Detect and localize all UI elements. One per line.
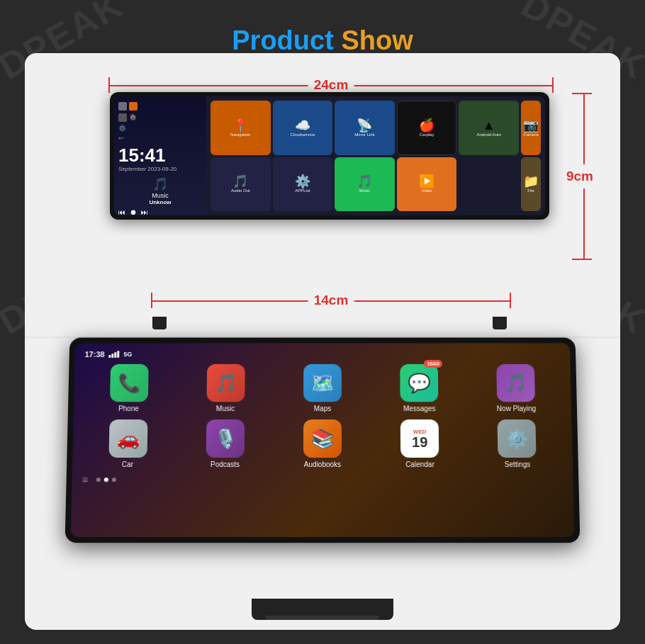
cal-num: 19 (412, 435, 427, 449)
dim-top-label: 24cm (308, 77, 354, 93)
page-dots (96, 478, 116, 482)
podcasts-icon: 🎙️ (206, 419, 245, 458)
video-icon: ▶️ (419, 175, 434, 188)
app-mirrorlink: 📡 Mirror Link (335, 101, 395, 155)
app-music: 🎵 Music (335, 157, 395, 212)
status-bar: 17:38 5G (85, 350, 561, 358)
carplay-interface: 17:38 5G 📞 Phone (71, 343, 574, 537)
app-file: 📁 File (521, 157, 541, 212)
left-icons: 🏠 ⚙️ ↩ (118, 102, 202, 142)
android-label: Android Auto (477, 132, 501, 137)
app-android: ▲ Android Auto (459, 101, 519, 155)
media-controls: ⏮⏺⏭ (118, 208, 202, 215)
calendar-icon: WED 19 (400, 419, 439, 458)
dim-bottom-label: 14cm (308, 293, 354, 308)
cp-apps-row1: 📞 Phone 🎵 Music 🗺️ Maps (84, 364, 561, 412)
dim-bottom: 14cm (151, 293, 511, 308)
cloud-icon: ☁️ (295, 119, 310, 132)
messages-icon: 💬 1660 (400, 364, 438, 402)
dot-3 (112, 478, 116, 482)
settings-label: Settings (505, 461, 530, 468)
carplay-label: Carplay (420, 132, 434, 137)
device-leg-right (493, 317, 507, 329)
video-label: Video (421, 188, 432, 193)
page-title: Product Show (0, 26, 645, 56)
messages-label: Messages (403, 405, 436, 412)
dim-right: 9cm (556, 93, 592, 260)
maps-label: Maps (314, 405, 331, 412)
dot-1 (96, 478, 101, 482)
screen-left-panel: 🏠 ⚙️ ↩ 15:41 September 2023-09-20 🎵 Mu (114, 96, 206, 215)
sidebar-icon: ≡ (82, 474, 89, 485)
cp-app-podcasts: 🎙️ Podcasts (180, 419, 271, 468)
cp-app-phone: 📞 Phone (84, 364, 174, 412)
file-label: File (527, 188, 534, 193)
music-app-label: Music (359, 188, 371, 193)
applist-icon: ⚙️ (295, 175, 310, 188)
android-icon: ▲ (483, 119, 495, 132)
nowplaying-label: Now Playing (497, 405, 537, 412)
music-section: 🎵 Music Unknow (118, 176, 202, 205)
bottom-device: 17:38 5G 📞 Phone (65, 338, 580, 543)
dim-top: 24cm (108, 77, 554, 93)
device-screen-top: 🏠 ⚙️ ↩ 15:41 September 2023-09-20 🎵 Mu (114, 96, 545, 215)
app-navigation: 📍 Navigation (211, 101, 271, 155)
nav-icon: 📍 (232, 119, 248, 132)
podcasts-label: Podcasts (211, 461, 240, 468)
network-type: 5G (123, 351, 132, 358)
messages-badge: 1660 (424, 360, 442, 368)
cloud-label: Cloudservice (291, 132, 315, 137)
file-icon: 📁 (523, 175, 539, 188)
app-audioout: 🎵 Audio Out (211, 157, 271, 212)
cp-app-nowplaying: 🎵 Now Playing (471, 364, 561, 412)
nav-label: Navigation (230, 132, 250, 137)
app-carplay: 🍎 Carplay (397, 101, 457, 155)
car-icon: 🚗 (108, 419, 147, 458)
cp-app-audiobooks: 📚 Audiobooks (277, 419, 368, 468)
applist-label: APPList (295, 188, 310, 193)
screen-right-grid: 📍 Navigation ☁️ Cloudservice 📡 Mirror Li… (206, 96, 545, 215)
content-card: 24cm 9cm (25, 53, 620, 630)
phone-icon: 📞 (110, 364, 149, 402)
carplay-icon: 🍎 (419, 119, 434, 132)
mirror-icon: 📡 (357, 119, 372, 132)
app-cloudservice: ☁️ Cloudservice (273, 101, 333, 155)
car-label: Car (122, 461, 133, 468)
audiobooks-icon: 📚 (303, 419, 342, 458)
clock-date: September 2023-09-20 (118, 166, 202, 172)
cp-app-calendar: WED 19 Calendar (374, 419, 465, 468)
dim-right-label: 9cm (566, 164, 593, 188)
nowplaying-icon: 🎵 (497, 364, 536, 402)
audio-icon: 🎵 (232, 175, 248, 188)
maps-icon: 🗺️ (303, 364, 342, 402)
cp-music-icon: 🎵 (206, 364, 245, 402)
app-video: ▶️ Video (397, 157, 457, 212)
cp-bottom-bar: ≡ (82, 474, 563, 485)
dot-2 (104, 478, 108, 482)
music-icon: 🎵 (357, 175, 372, 188)
cp-app-settings: ⚙️ Settings (471, 419, 562, 468)
audio-label: Audio Out (231, 188, 250, 193)
audiobooks-label: Audiobooks (304, 461, 341, 468)
app-applist: ⚙️ APPList (273, 157, 333, 212)
top-device: 🏠 ⚙️ ↩ 15:41 September 2023-09-20 🎵 Mu (110, 92, 549, 220)
phone-label: Phone (118, 405, 139, 412)
device-leg-left (152, 317, 167, 329)
camera-label: Camera (523, 132, 538, 137)
top-section: 24cm 9cm (53, 74, 592, 329)
cp-apps-row2: 🚗 Car 🎙️ Podcasts 📚 Audiobooks (82, 419, 563, 468)
device-time: 17:38 (85, 350, 105, 358)
cp-app-messages: 💬 1660 Messages (374, 364, 464, 412)
calendar-label: Calendar (405, 461, 434, 468)
cp-app-car: 🚗 Car (82, 419, 173, 468)
bottom-screen: 17:38 5G 📞 Phone (71, 343, 574, 537)
cp-app-maps: 🗺️ Maps (278, 364, 368, 412)
settings-icon: ⚙️ (498, 419, 537, 458)
cp-music-label: Music (216, 405, 235, 412)
device-stand (252, 599, 393, 620)
bottom-section: 17:38 5G 📞 Phone (67, 329, 578, 620)
signal-indicator (108, 351, 119, 358)
app-camera: 📷 Camera (521, 101, 541, 155)
mirror-label: Mirror Link (354, 132, 374, 137)
camera-icon: 📷 (523, 119, 539, 132)
